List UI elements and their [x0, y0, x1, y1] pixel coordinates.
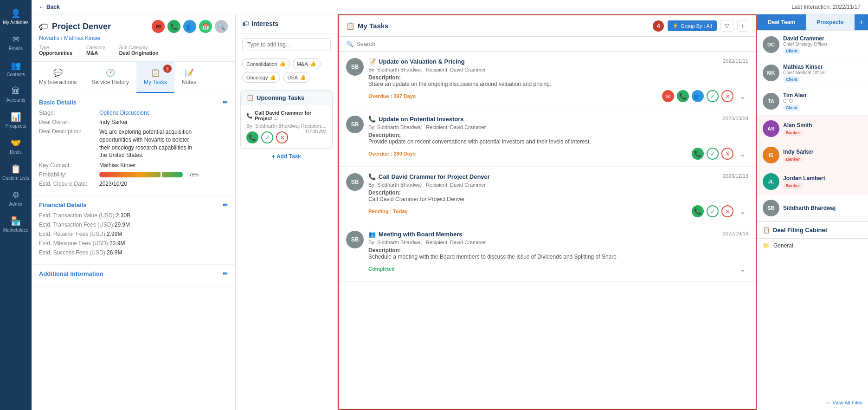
- interests-header: 🏷 Interests: [236, 14, 337, 33]
- basic-details-title: Basic Details ✏: [39, 99, 228, 106]
- prospects-icon: 📊: [11, 112, 21, 122]
- team-member-5: JL Jordan Lambert Banker: [757, 169, 868, 195]
- task-x-icon-1[interactable]: ✕: [721, 90, 733, 102]
- tab-deal-team[interactable]: Deal Team: [757, 14, 806, 30]
- upcoming-check-icon[interactable]: ✓: [261, 131, 273, 143]
- thumb-consolidation[interactable]: 👍: [279, 61, 286, 67]
- sidebar-item-emails[interactable]: ✉ Emails: [0, 31, 32, 55]
- edit-financial-details-icon[interactable]: ✏: [223, 202, 228, 208]
- tab-notes[interactable]: 📝 Notes: [174, 62, 204, 93]
- sidebar-item-my-activities[interactable]: 👤 My Activities: [0, 5, 32, 29]
- additional-information-title: Additional Information ✏: [39, 270, 228, 277]
- task-chevron-icon-3[interactable]: ⌄: [736, 205, 748, 217]
- phone-action-icon[interactable]: 📞: [167, 20, 180, 33]
- add-task-button[interactable]: + Add Task: [236, 149, 337, 164]
- task-body-3: 📞 Call David Crammer for Project Denver …: [368, 173, 748, 217]
- tab-service-history[interactable]: 🕐 Service History: [84, 62, 136, 93]
- filing-item-general[interactable]: 📁 General: [757, 239, 868, 253]
- task-check-icon-2[interactable]: ✓: [707, 148, 719, 160]
- task-phone-icon-2[interactable]: 📞: [692, 148, 704, 160]
- task-type-icon-1: 📝: [368, 58, 376, 65]
- edit-basic-details-icon[interactable]: ✏: [223, 99, 228, 106]
- tag-ma[interactable]: M&A 👍: [293, 59, 321, 69]
- task-check-icon-1[interactable]: ✓: [707, 90, 719, 102]
- closure-date-row: Estd. Closure Date: 2023/10/20: [39, 181, 228, 187]
- team-member-0: DC David Crammer Chief Strategy Officer …: [757, 31, 868, 59]
- search-action-icon[interactable]: 🔍: [215, 20, 228, 33]
- task-chevron-icon-1[interactable]: ⌄: [736, 90, 748, 102]
- folder-icon: 📁: [763, 242, 770, 249]
- thumb-ma[interactable]: 👍: [310, 61, 316, 67]
- edit-additional-info-icon[interactable]: ✏: [223, 270, 228, 277]
- member-badge-4: Banker: [783, 156, 803, 163]
- tab-my-interactions[interactable]: 💬 My Interactions: [32, 62, 84, 93]
- tag-consolidation[interactable]: Consolidation 👍: [242, 59, 290, 69]
- task-body-4: 👥 Meeting with Board Members 2022/09/14 …: [368, 231, 748, 275]
- task-email-icon-1[interactable]: ✉: [662, 90, 674, 102]
- back-arrow-icon: ←: [39, 4, 45, 10]
- member-badge-0: Client: [783, 48, 800, 54]
- sidebar-item-contacts[interactable]: 👥 Contacts: [0, 57, 32, 81]
- team-member-6: SB Siddharth Bhardwaj: [757, 195, 868, 221]
- task-x-icon-2[interactable]: ✕: [721, 148, 733, 160]
- task-bottom-row-4: Completed ⌄: [368, 263, 748, 275]
- emails-icon: ✉: [13, 34, 19, 45]
- deal-link[interactable]: Novartis / Mathias Kinser: [39, 35, 228, 41]
- task-group-icon-1[interactable]: 👥: [692, 90, 704, 102]
- email-action-icon[interactable]: ✉: [152, 20, 165, 33]
- thumb-oncology[interactable]: 👍: [270, 74, 276, 80]
- task-phone-icon-1[interactable]: 📞: [677, 90, 689, 102]
- task-item-4: SB 👥 Meeting with Board Members 2022/09/…: [339, 224, 756, 282]
- task-title-row-4: 👥 Meeting with Board Members 2022/09/14: [368, 231, 748, 238]
- tasks-search-input[interactable]: [356, 40, 748, 47]
- task-meta-1: By: Siddharth Bhardwaj Recipient: David …: [368, 67, 748, 72]
- probability-row: Probability: 75%: [39, 171, 228, 178]
- task-chevron-icon-2[interactable]: ⌄: [736, 148, 748, 160]
- task-title-3: 📞 Call David Crammer for Project Denver: [368, 173, 490, 180]
- group-by-button[interactable]: ⚡ Group By : All: [668, 20, 716, 31]
- thumb-usa[interactable]: 👍: [300, 74, 306, 80]
- task-item-2: SB 📞 Update on Potential Investors 2023/…: [339, 109, 756, 167]
- tasks-list: SB 📝 Update on Valuation & Pricing 2022/…: [339, 52, 756, 409]
- task-chevron-icon-4[interactable]: ⌄: [736, 263, 748, 275]
- sort-button[interactable]: ↑: [737, 20, 749, 32]
- calendar-action-icon[interactable]: 📅: [199, 20, 212, 33]
- sidebar-item-admin[interactable]: ⚙ Admin: [0, 186, 32, 210]
- tag-input[interactable]: [242, 38, 331, 51]
- sidebar-item-marketplace[interactable]: 🏪 Marketplace: [0, 212, 32, 236]
- member-info-2: Tim Alan CFO Client: [783, 92, 862, 111]
- tasks-count-badge: 4: [653, 20, 664, 32]
- sidebar-item-custom-lists[interactable]: 📋 Custom Lists: [0, 160, 32, 184]
- top-bar: ← Back Last Interaction: 2022/11/17: [32, 0, 868, 14]
- task-bottom-row-1: Overdue : 397 Days ✉ 📞 👥 ✓ ✕ ⌄: [368, 90, 748, 102]
- upcoming-tasks-header: 📋 Upcoming Tasks: [241, 91, 332, 105]
- task-x-icon-3[interactable]: ✕: [721, 205, 733, 217]
- task-avatar-3: SB: [346, 173, 364, 191]
- add-team-member-button[interactable]: +: [855, 14, 868, 30]
- deal-title-row: 🏷 Project Denver ✉ 📞 👥 📅 🔍: [39, 20, 228, 33]
- basic-details-section: Basic Details ✏ Stage: Options Discussio…: [32, 93, 235, 196]
- team-member-1: MK Mathias Kinser Chief Medical Officer …: [757, 59, 868, 87]
- tab-my-tasks[interactable]: 📋 My Tasks 3: [136, 62, 174, 93]
- tab-prospects[interactable]: Prospects: [806, 14, 855, 30]
- my-interactions-tab-icon: 💬: [53, 68, 63, 77]
- upcoming-phone-icon[interactable]: 📞: [246, 131, 258, 143]
- group-action-icon[interactable]: 👥: [183, 20, 196, 33]
- back-button[interactable]: ← Back: [39, 4, 60, 10]
- sidebar-item-prospects[interactable]: 📊 Prospects: [0, 108, 32, 132]
- filter-button[interactable]: ▽: [720, 20, 733, 32]
- sidebar-item-accounts[interactable]: 🏛 Accounts: [0, 83, 32, 106]
- task-check-icon-3[interactable]: ✓: [707, 205, 719, 217]
- task-meta-4: By: Siddharth Bhardwaj Recipient: David …: [368, 240, 748, 245]
- task-title-row-3: 📞 Call David Crammer for Project Denver …: [368, 173, 748, 180]
- transaction-fees-row: Estd. Transaction Fees (USD): 29.9M: [39, 221, 228, 228]
- task-phone-icon-3[interactable]: 📞: [692, 205, 704, 217]
- member-avatar-4: IS: [763, 147, 779, 163]
- sidebar-item-deals[interactable]: 🤝 Deals: [0, 134, 32, 158]
- task-title-4: 👥 Meeting with Board Members: [368, 231, 463, 238]
- upcoming-x-icon[interactable]: ✕: [276, 131, 288, 143]
- tag-oncology[interactable]: Oncology 👍: [242, 72, 280, 83]
- task-date-3: 2023/12/13: [723, 173, 748, 179]
- tag-usa[interactable]: USA 👍: [283, 72, 310, 83]
- view-all-files-button[interactable]: ↔ View All Files: [757, 395, 868, 410]
